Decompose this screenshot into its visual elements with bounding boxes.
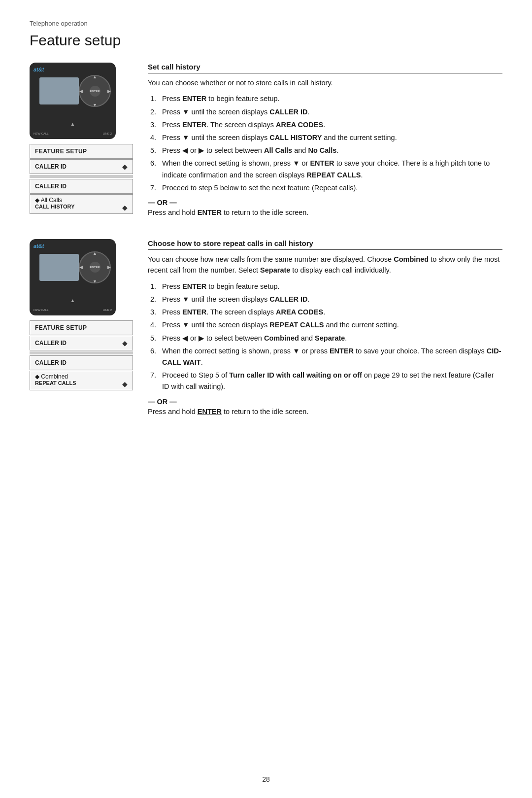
bold-enter: ENTER <box>182 121 206 129</box>
lcd-text-caller-id-2a: CALLER ID <box>35 340 66 347</box>
lcd-feature-setup-2: FEATURE SETUP <box>30 320 133 335</box>
bold-callerid: CALLER ID <box>269 108 307 116</box>
step-text: Press ENTER to begin feature setup. <box>162 93 280 104</box>
bold-area-codes-s2: AREA CODES <box>276 308 323 316</box>
or-block-1: — OR — <box>148 199 502 207</box>
phone-device-2: at&t → ENTER ▲ ▼ ◀ ▶ NEW CALL LINE 2 ▲ <box>30 239 116 315</box>
step-text: Press ENTER. The screen displays AREA CO… <box>162 119 325 131</box>
phone-device-1: at&t → ENTER ▲ ▼ ◀ ▶ NEW CALL LINE 2 <box>30 63 116 139</box>
section2-intro: You can choose how new calls from the sa… <box>148 254 502 276</box>
lcd-combined: ◆ Combined <box>35 373 68 380</box>
step-num: 6. <box>150 346 159 368</box>
phone-screen-2 <box>39 254 79 281</box>
page-title: Feature setup <box>30 32 502 49</box>
lcd-repeat-calls-label: REPEAT CALLS <box>35 380 76 388</box>
dpad-enter-1: ENTER <box>90 86 100 97</box>
step-num: 2. <box>150 294 159 305</box>
bold-combined-intro: Combined <box>394 255 429 263</box>
lcd-text-caller-id-2b: CALLER ID <box>35 359 66 366</box>
phone-screen-1 <box>39 77 79 104</box>
step-text: Press ◀ or ▶ to select between Combined … <box>162 333 347 344</box>
step-num: 7. <box>150 370 159 392</box>
step-1-4: 4. Press ▼ until the screen displays CAL… <box>150 132 502 143</box>
label-new-call-2: NEW CALL <box>33 309 49 312</box>
step-2-1: 1. Press ENTER to begin feature setup. <box>150 281 502 292</box>
step-2-2: 2. Press ▼ until the screen displays CAL… <box>150 294 502 305</box>
lcd-text-feature-setup-2: FEATURE SETUP <box>35 324 87 331</box>
dpad-2: ENTER ▲ ▼ ◀ ▶ <box>79 251 111 283</box>
phone-bottom-labels-1: NEW CALL LINE 2 <box>33 132 112 135</box>
step-num: 6. <box>150 158 159 180</box>
bold-separate-s2: Separate <box>315 334 345 342</box>
bold-combined-s2: Combined <box>264 334 299 342</box>
section1-intro: You can choose whether or not to store c… <box>148 77 502 88</box>
step-text: When the correct setting is shown, press… <box>162 158 502 180</box>
lcd-divider-2 <box>30 351 133 354</box>
section1-right-panel: Set call history You can choose whether … <box>148 63 502 224</box>
phone-bottom-arrow-2: ▲ <box>70 298 75 303</box>
step-num: 3. <box>150 119 159 131</box>
lcd-caller-id-1a: CALLER ID ◆ <box>30 159 133 174</box>
label-line2-2: LINE 2 <box>103 309 112 312</box>
lcd-caller-id-2a: CALLER ID ◆ <box>30 336 133 350</box>
breadcrumb: Telephone operation <box>30 20 502 27</box>
step-num: 1. <box>150 93 159 104</box>
step-text: Press ENTER to begin feature setup. <box>162 281 280 292</box>
step-2-3: 3. Press ENTER. The screen displays AREA… <box>150 307 502 318</box>
bold-repeat-calls-s2: REPEAT CALLS <box>269 321 324 329</box>
dpad-1: ENTER ▲ ▼ ◀ ▶ <box>79 75 111 107</box>
or-text-2: Press and hold ENTER to return to the id… <box>148 408 502 416</box>
bold-enter-s2: ENTER <box>182 282 206 290</box>
step-1-5: 5. Press ◀ or ▶ to select between All Ca… <box>150 145 502 156</box>
step-1-1: 1. Press ENTER to begin feature setup. <box>150 93 502 104</box>
step-num: 4. <box>150 319 159 331</box>
lcd-divider-1 <box>30 175 133 178</box>
lcd-call-history-1: ◆ All Calls CALL HISTORY ◆ <box>30 194 133 214</box>
bold-callerid-s2: CALLER ID <box>269 295 307 303</box>
step-2-5: 5. Press ◀ or ▶ to select between Combin… <box>150 333 502 344</box>
or-text-1: Press and hold ENTER to return to the id… <box>148 208 502 216</box>
bold-enter: ENTER <box>182 95 206 103</box>
section2-title: Choose how to store repeat calls in call… <box>148 239 502 250</box>
step-2-6: 6. When the correct setting is shown, pr… <box>150 346 502 368</box>
lcd-arrow-call-history: ◆ <box>122 204 128 211</box>
step-2-7: 7. Proceed to Step 5 of Turn caller ID w… <box>150 370 502 392</box>
bold-separate-intro: Separate <box>260 266 290 274</box>
phone-bottom-labels-2: NEW CALL LINE 2 <box>33 309 112 312</box>
step-1-7: 7. Proceed to step 5 below to set the ne… <box>150 182 502 194</box>
section2-layout: at&t → ENTER ▲ ▼ ◀ ▶ NEW CALL LINE 2 ▲ <box>30 239 502 423</box>
label-line2: LINE 2 <box>103 132 112 135</box>
lcd-arrow-1a: ◆ <box>122 163 128 171</box>
bold-area-codes: AREA CODES <box>276 121 323 129</box>
bold-all-calls: All Calls <box>264 146 292 154</box>
step-1-3: 3. Press ENTER. The screen displays AREA… <box>150 119 502 131</box>
section1-title: Set call history <box>148 63 502 73</box>
dpad-enter-2: ENTER <box>90 262 100 273</box>
bold-enter-s2-3: ENTER <box>182 308 206 316</box>
step-2-4: 4. Press ▼ until the screen displays REP… <box>150 319 502 331</box>
lcd-call-history-label: CALL HISTORY <box>35 204 74 211</box>
section2-steps: 1. Press ENTER to begin feature setup. 2… <box>148 281 502 393</box>
section1-layout: at&t → ENTER ▲ ▼ ◀ ▶ NEW CALL LINE 2 <box>30 63 502 224</box>
step-text: Proceed to step 5 below to set the next … <box>162 182 358 194</box>
step-text: Press ◀ or ▶ to select between All Calls… <box>162 145 338 156</box>
lcd-feature-setup-1: FEATURE SETUP <box>30 144 133 159</box>
lcd-text-feature-setup-1: FEATURE SETUP <box>35 148 87 155</box>
bold-enter-or: ENTER <box>198 208 222 216</box>
section1-steps: 1. Press ENTER to begin feature setup. 2… <box>148 93 502 194</box>
bold-no-calls: No Calls <box>308 146 336 154</box>
lcd-text-caller-id-1b: CALLER ID <box>35 183 66 190</box>
step-1-2: 2. Press ▼ until the screen displays CAL… <box>150 106 502 118</box>
bold-enter: ENTER <box>310 159 334 167</box>
step-num: 3. <box>150 307 159 318</box>
step-num: 5. <box>150 145 159 156</box>
step-text: Press ▼ until the screen displays CALLER… <box>162 294 310 305</box>
or-block-2: — OR — <box>148 398 502 406</box>
step-num: 5. <box>150 333 159 344</box>
bold-enter-s2-6: ENTER <box>330 347 354 355</box>
step-num: 2. <box>150 106 159 118</box>
bold-repeat-calls: REPEAT CALLS <box>306 171 361 179</box>
lcd-text-caller-id-1a: CALLER ID <box>35 163 66 170</box>
section1-left-panel: at&t → ENTER ▲ ▼ ◀ ▶ NEW CALL LINE 2 <box>30 63 133 224</box>
att-logo-1: at&t <box>33 67 44 72</box>
